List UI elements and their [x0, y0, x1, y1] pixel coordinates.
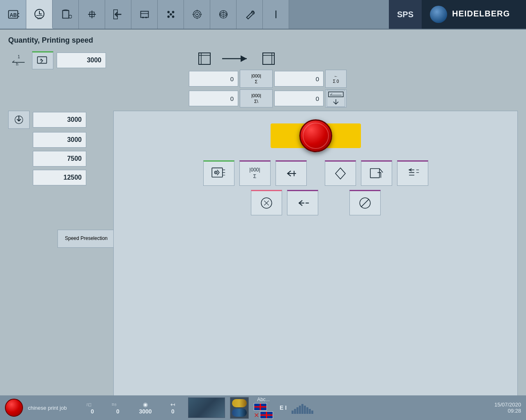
counter1-center-btn[interactable]: |000| Σ [240, 70, 273, 88]
preset-value-2[interactable]: 3000 [33, 132, 86, 148]
speed-bar-4 [299, 406, 301, 414]
svg-point-8 [142, 17, 144, 18]
status-counter2-label: =⎏ [112, 401, 124, 408]
speed-bar-9 [311, 411, 313, 414]
qb-arrow-minus[interactable] [287, 190, 318, 215]
status-datetime: 15/07/2020 09:28 [494, 402, 521, 414]
svg-point-12 [167, 16, 170, 18]
svg-text:=⎏: =⎏ [112, 402, 117, 407]
svg-text:ABC: ABC [9, 12, 19, 18]
svg-point-4 [69, 15, 72, 18]
status-counter1-value: 0 [91, 408, 94, 415]
tb-btn-wrench[interactable] [237, 0, 263, 29]
speed-set-button[interactable] [32, 51, 53, 69]
status-estop[interactable] [5, 399, 23, 417]
qb-speed-in[interactable] [203, 160, 234, 186]
svg-rect-33 [370, 169, 379, 178]
thumbnail-image [188, 398, 225, 418]
emergency-stop-area [271, 123, 361, 148]
speed-bar-2 [294, 409, 296, 414]
heidelberg-brand: HEIDELBERG [452, 8, 518, 21]
counter1-left-value[interactable]: 0 [189, 71, 238, 87]
speed-bar-6 [304, 406, 306, 414]
speed-bar-5 [301, 404, 303, 414]
tb-btn-target[interactable] [184, 0, 210, 29]
qb-circle-slash[interactable] [349, 190, 381, 215]
quick-btns-row1: |000| Σ [203, 160, 428, 186]
svg-point-13 [172, 16, 174, 18]
status-machine-thumbnail [188, 397, 225, 418]
svg-point-10 [167, 11, 170, 14]
preset-arrow-btn[interactable] [8, 111, 30, 129]
quick-btns-row2 [251, 190, 381, 215]
status-date: 15/07/2020 [494, 402, 521, 408]
heidelberg-logo: HEIDELBERG [422, 0, 526, 29]
svg-rect-26 [263, 53, 274, 64]
tb-btn-arrow-left[interactable] [105, 0, 131, 29]
qb-export[interactable] [361, 160, 392, 186]
speed-bar-8 [309, 409, 311, 414]
qb-back-list[interactable] [397, 160, 428, 186]
counter2-left-value[interactable]: 0 [189, 91, 238, 106]
svg-point-32 [215, 172, 216, 173]
status-x-mark: ✕ [254, 411, 259, 419]
svg-point-11 [172, 11, 174, 14]
speed-value[interactable]: 3000 [57, 52, 106, 68]
qb-diamond[interactable] [325, 160, 356, 186]
status-job-name: chinese print job [28, 405, 77, 411]
tb-btn-feeder[interactable] [131, 0, 158, 29]
status-arrow-label: ↤ [170, 401, 175, 408]
qb-spacer [312, 160, 320, 186]
status-arrow-value: 0 [171, 408, 175, 415]
page-title: Quantity, Printing speed [8, 36, 518, 45]
tb-btn-speed[interactable]: 1/h [26, 0, 53, 29]
tb-btn-sps[interactable]: SPS [389, 0, 422, 29]
toolbar-spacer [289, 0, 389, 29]
preset-value-4[interactable]: 12500 [33, 170, 86, 185]
speed-bar-1 [292, 411, 294, 414]
svg-text:1/h: 1/h [37, 16, 41, 20]
toolbar: ABC 1/h [0, 0, 526, 30]
preset-value-3[interactable]: 7500 [33, 151, 86, 167]
flag-uk-2 [260, 411, 273, 419]
speed-bar-7 [306, 407, 308, 414]
status-ink-thumbnail [230, 397, 249, 419]
tb-btn-register[interactable] [79, 0, 105, 29]
counter-arrow-icon [220, 51, 253, 67]
svg-text:h: h [16, 62, 18, 66]
speed-label: 1 h [8, 54, 29, 66]
svg-point-14 [170, 13, 172, 16]
counter2-center-btn[interactable]: |000| Σ\ [240, 89, 273, 107]
estop-yellow-bg [271, 123, 361, 148]
qb-circle-empty[interactable] [251, 190, 282, 215]
tb-btn-abc[interactable]: ABC [0, 0, 26, 29]
counter-page2-icon [261, 51, 276, 67]
qb-spacer2 [323, 190, 331, 215]
status-speed-bars [292, 402, 313, 414]
status-ei-label: E I [280, 404, 287, 411]
counter2-right-value[interactable]: 0 [274, 91, 324, 106]
counter1-reset-btn[interactable]: ← Σ 0 [325, 70, 347, 88]
qb-spacer3 [336, 190, 345, 215]
tb-btn-ink[interactable] [53, 0, 79, 29]
svg-text:1: 1 [18, 55, 20, 59]
counter1-right-value[interactable]: 0 [274, 71, 324, 87]
flag-uk-1 [254, 403, 267, 411]
svg-text:⎍⎕: ⎍⎕ [86, 402, 91, 407]
counter2-reset-btn[interactable] [325, 89, 347, 107]
status-speed-icon: ◉ [143, 401, 148, 408]
tb-btn-line[interactable] [263, 0, 289, 29]
preset-value-1[interactable]: 3000 [33, 112, 86, 128]
qb-counter-sum[interactable]: |000| Σ [239, 160, 271, 186]
status-abc-label: Abc... [257, 397, 270, 402]
qb-arrow-plus[interactable] [276, 160, 307, 186]
speed-preselection-btn[interactable]: Speed Preselection [57, 230, 115, 248]
heidelberg-dot [430, 6, 447, 23]
tb-btn-network[interactable] [210, 0, 237, 29]
status-counter1-label: ⎍⎕ [86, 401, 99, 408]
tb-btn-dots[interactable] [158, 0, 184, 29]
svg-rect-24 [199, 53, 210, 64]
svg-rect-7 [140, 11, 148, 18]
emergency-stop-button[interactable] [299, 119, 332, 152]
svg-point-9 [145, 17, 147, 18]
